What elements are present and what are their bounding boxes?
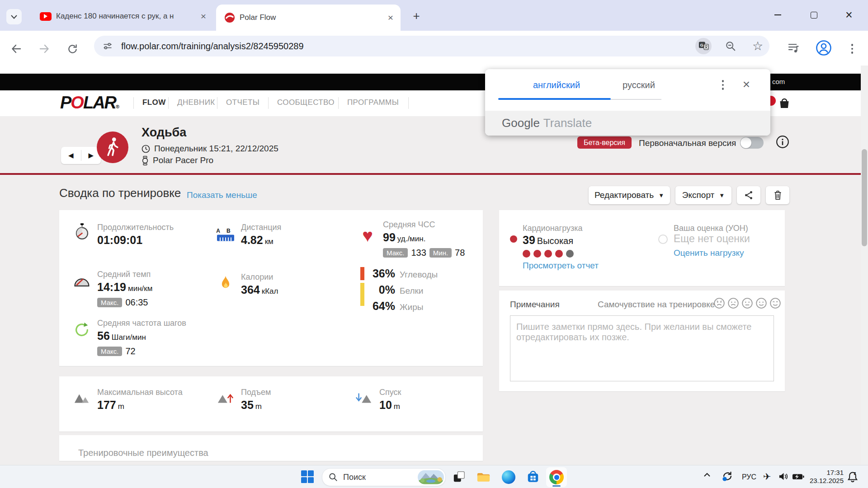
bookmark-button[interactable]: ☆: [750, 38, 766, 54]
airplane-mode-icon[interactable]: ✈: [763, 471, 771, 482]
scrollbar-thumb[interactable]: [862, 149, 867, 246]
face-sad-icon[interactable]: [727, 297, 739, 309]
stat-energy-sources: 36%Углеводы 0%Белки 64%Жиры: [360, 267, 438, 313]
sport-icon-walking: [97, 131, 128, 163]
window-maximize-button[interactable]: [801, 5, 826, 24]
duration-value: 01:09:01: [97, 234, 174, 247]
translate-source-tab[interactable]: английский: [520, 80, 593, 90]
file-explorer-button[interactable]: [476, 471, 491, 483]
translate-options-button[interactable]: [717, 78, 729, 92]
weather-widget-icon[interactable]: [418, 470, 444, 484]
task-view-button[interactable]: [453, 470, 466, 483]
edit-button[interactable]: Редактировать▼: [589, 186, 670, 204]
reload-button[interactable]: [63, 40, 81, 58]
nav-item-flow[interactable]: FLOW: [142, 98, 166, 107]
tab-polar-flow[interactable]: Polar Flow ×: [216, 5, 401, 31]
nav-item-reports[interactable]: ОТЧЕТЫ: [226, 98, 259, 107]
max-badge: Макс.: [97, 347, 122, 356]
onedrive-sync-button[interactable]: [722, 470, 733, 482]
tab-close-icon[interactable]: ×: [197, 10, 210, 23]
rate-load-link[interactable]: Оценить нагрузку: [674, 248, 744, 258]
rating-bullet: [658, 235, 668, 244]
trash-icon: [773, 190, 783, 201]
browser-menu-button[interactable]: [844, 40, 860, 58]
nav-item-diary[interactable]: ДНЕВНИК: [177, 98, 215, 107]
stat-duration: Продолжительность 01:09:01: [72, 223, 174, 247]
face-very-sad-icon[interactable]: [713, 297, 725, 309]
macro-protein: 0%Белки: [370, 283, 438, 296]
cardio-load-dot: [523, 250, 530, 258]
activity-datetime-row: Понедельник 15:21, 22/12/2025: [142, 144, 278, 154]
svg-text:G: G: [700, 43, 703, 47]
battery-button[interactable]: [792, 473, 804, 480]
nav-item-community[interactable]: СООБЩЕСТВО: [277, 98, 335, 107]
notes-textarea[interactable]: [510, 315, 774, 381]
previous-session-button[interactable]: ◀: [61, 147, 81, 164]
delete-button[interactable]: [766, 186, 789, 204]
notification-center-button[interactable]: z: [847, 471, 858, 483]
microsoft-store-button[interactable]: [526, 470, 540, 484]
back-icon: [10, 43, 22, 55]
min-badge: Мин.: [429, 248, 452, 258]
media-controls-button[interactable]: [785, 39, 803, 57]
taskbar-search[interactable]: Поиск: [322, 468, 446, 486]
url-bar[interactable]: flow.polar.com/training/analysis2/824595…: [94, 36, 769, 56]
toggle-knob: [741, 137, 751, 148]
find-in-page-button[interactable]: [722, 38, 739, 54]
new-tab-button[interactable]: +: [409, 8, 424, 23]
speedometer-icon: [73, 274, 91, 288]
original-version-toggle[interactable]: [740, 137, 764, 149]
stat-max-altitude: Максимальная высота 177m: [72, 388, 183, 412]
account-text-fragment: com: [772, 78, 785, 85]
window-minimize-button[interactable]: [765, 5, 790, 24]
edge-button[interactable]: [502, 470, 515, 484]
translate-brand: Translate: [543, 116, 592, 130]
tab-youtube[interactable]: Каденс 180 начинается с рук, а н ×: [33, 5, 213, 27]
edge-icon: [502, 470, 515, 484]
url-text[interactable]: flow.polar.com/training/analysis2/824595…: [121, 36, 304, 56]
max-badge: Макс.: [383, 248, 408, 258]
browser-tab-strip: Каденс 180 начинается с рук, а н × Polar…: [0, 0, 868, 31]
show-less-link[interactable]: Показать меньше: [187, 190, 257, 200]
tab-close-icon[interactable]: ×: [384, 11, 397, 24]
forward-button[interactable]: [35, 40, 53, 58]
ascent-value: 35: [241, 399, 254, 411]
face-neutral-icon[interactable]: [741, 297, 753, 309]
folder-icon: [476, 471, 491, 483]
profile-button[interactable]: [815, 39, 833, 57]
view-report-link[interactable]: Просмотреть отчет: [523, 261, 599, 271]
caret-down-icon: ▼: [719, 192, 725, 199]
face-happy-icon[interactable]: [769, 297, 781, 309]
translate-close-button[interactable]: ×: [738, 76, 755, 93]
three-dots-icon: [851, 44, 854, 54]
face-smile-icon[interactable]: [755, 297, 767, 309]
macro-fat: 64%Жиры: [370, 300, 438, 313]
tray-clock[interactable]: 17:31 23.12.2025: [807, 469, 844, 485]
rating-label: Ваша оценка (УОН): [674, 224, 748, 233]
translate-target-tab[interactable]: русский: [609, 80, 668, 90]
polar-logo[interactable]: POLAR®: [60, 93, 119, 113]
volume-button[interactable]: [778, 472, 789, 481]
max-altitude-value: 177: [97, 399, 116, 411]
chrome-taskbar-button[interactable]: [546, 467, 567, 487]
info-button[interactable]: [776, 135, 789, 150]
calories-value: 364: [241, 283, 260, 296]
activity-title: Ходьба: [142, 126, 186, 140]
nav-item-programs[interactable]: ПРОГРАММЫ: [347, 98, 399, 107]
hr-max-value: 133: [411, 248, 426, 258]
back-button[interactable]: [7, 40, 25, 58]
cadence-value: 56: [97, 329, 110, 342]
heart-icon: ♥: [362, 226, 373, 258]
nav-bag-icon[interactable]: [778, 97, 790, 111]
tab-search-button[interactable]: [6, 9, 22, 24]
window-close-button[interactable]: ×: [836, 5, 862, 24]
export-button[interactable]: Экспорт▼: [675, 186, 731, 204]
start-button[interactable]: [301, 470, 314, 483]
site-info-button[interactable]: [99, 38, 116, 54]
language-indicator[interactable]: РУС: [742, 473, 756, 481]
translate-page-button[interactable]: G: [695, 38, 712, 54]
summary-title: Сводка по тренировке: [59, 186, 181, 200]
share-button[interactable]: [737, 186, 760, 204]
page-scrollbar[interactable]: [861, 66, 868, 465]
tray-show-hidden-button[interactable]: [703, 472, 711, 477]
